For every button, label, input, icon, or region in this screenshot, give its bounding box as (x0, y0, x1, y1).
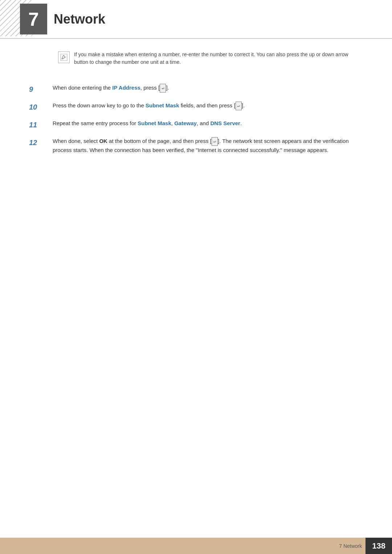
step-9-enter-key: ↵ (160, 84, 166, 92)
step-11-gateway: Gateway (174, 120, 197, 126)
header-divider (0, 38, 392, 39)
steps-container: 9 When done entering the IP Address, pre… (29, 83, 363, 161)
svg-line-2 (64, 55, 65, 57)
step-12-number: 12 (29, 137, 53, 148)
step-10-content: Press the down arrow key to go to the Su… (53, 101, 363, 110)
step-9: 9 When done entering the IP Address, pre… (29, 83, 363, 95)
footer-page-number: 138 (366, 538, 392, 554)
step-9-ip-address: IP Address (112, 85, 140, 91)
chapter-number-block: 7 (20, 4, 47, 34)
step-10: 10 Press the down arrow key to go to the… (29, 101, 363, 112)
svg-rect-0 (61, 54, 67, 61)
note-icon (58, 52, 70, 63)
chapter-number: 7 (28, 8, 39, 30)
step-11-content: Repeat the same entry process for Subnet… (53, 119, 363, 128)
step-11-dns-server: DNS Server (210, 120, 240, 126)
step-11: 11 Repeat the same entry process for Sub… (29, 119, 363, 130)
chapter-title: Network (54, 12, 105, 27)
step-11-subnet-mask: Subnet Mask (138, 120, 171, 126)
note-text: If you make a mistake when entering a nu… (74, 51, 363, 66)
step-12-enter-key: ↵ (212, 137, 218, 145)
step-9-number: 9 (29, 83, 53, 95)
footer-chapter-label: 7 Network (339, 543, 366, 549)
footer: 7 Network 138 (0, 538, 392, 554)
step-10-number: 10 (29, 101, 53, 112)
pencil-icon (60, 54, 68, 61)
note-box: If you make a mistake when entering a nu… (58, 51, 363, 66)
step-12-ok: OK (99, 138, 107, 144)
step-12-content: When done, select OK at the bottom of th… (53, 137, 363, 155)
step-10-subnet-mask: Subnet Mask (146, 102, 179, 108)
step-11-number: 11 (29, 119, 53, 130)
step-10-enter-key: ↵ (236, 102, 242, 110)
step-9-content: When done entering the IP Address, press… (53, 83, 363, 93)
step-12: 12 When done, select OK at the bottom of… (29, 137, 363, 155)
